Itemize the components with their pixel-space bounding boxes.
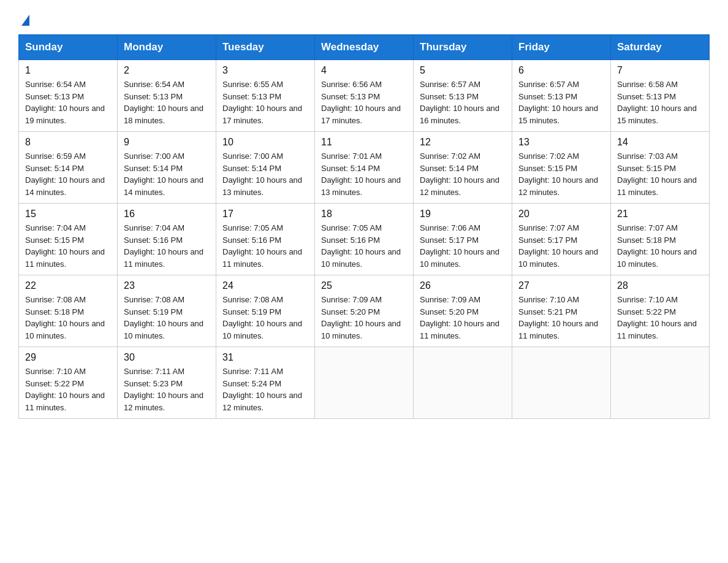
day-number: 14: [617, 137, 703, 148]
day-info: Sunrise: 6:54 AMSunset: 5:13 PMDaylight:…: [25, 79, 111, 126]
calendar-cell: 11Sunrise: 7:01 AMSunset: 5:14 PMDayligh…: [315, 132, 414, 204]
calendar-cell: 31Sunrise: 7:11 AMSunset: 5:24 PMDayligh…: [216, 347, 315, 419]
day-info: Sunrise: 6:57 AMSunset: 5:13 PMDaylight:…: [518, 79, 604, 126]
day-number: 3: [222, 65, 308, 76]
week-row-1: 1Sunrise: 6:54 AMSunset: 5:13 PMDaylight…: [19, 60, 710, 132]
day-number: 4: [321, 65, 407, 76]
calendar-cell: 13Sunrise: 7:02 AMSunset: 5:15 PMDayligh…: [512, 132, 611, 204]
calendar-cell: 24Sunrise: 7:08 AMSunset: 5:19 PMDayligh…: [216, 275, 315, 347]
day-info: Sunrise: 6:54 AMSunset: 5:13 PMDaylight:…: [124, 79, 210, 126]
calendar-cell: 3Sunrise: 6:55 AMSunset: 5:13 PMDaylight…: [216, 60, 315, 132]
day-info: Sunrise: 7:01 AMSunset: 5:14 PMDaylight:…: [321, 150, 407, 198]
day-number: 30: [124, 352, 210, 363]
week-row-2: 8Sunrise: 6:59 AMSunset: 5:14 PMDaylight…: [19, 132, 710, 204]
weekday-header-friday: Friday: [512, 35, 611, 60]
calendar-cell: 28Sunrise: 7:10 AMSunset: 5:22 PMDayligh…: [611, 275, 710, 347]
day-number: 25: [321, 280, 407, 291]
calendar-cell: 8Sunrise: 6:59 AMSunset: 5:14 PMDaylight…: [19, 132, 118, 204]
weekday-header-sunday: Sunday: [19, 35, 118, 60]
calendar-cell: 29Sunrise: 7:10 AMSunset: 5:22 PMDayligh…: [19, 347, 118, 419]
calendar-cell: 19Sunrise: 7:06 AMSunset: 5:17 PMDayligh…: [414, 204, 512, 275]
calendar-cell: 18Sunrise: 7:05 AMSunset: 5:16 PMDayligh…: [315, 204, 414, 275]
day-info: Sunrise: 7:08 AMSunset: 5:18 PMDaylight:…: [25, 294, 111, 342]
weekday-header-wednesday: Wednesday: [315, 35, 414, 60]
calendar-cell: [315, 347, 414, 419]
day-number: 18: [321, 209, 407, 220]
calendar-cell: [512, 347, 611, 419]
day-info: Sunrise: 7:08 AMSunset: 5:19 PMDaylight:…: [222, 294, 308, 342]
day-info: Sunrise: 7:07 AMSunset: 5:17 PMDaylight:…: [518, 222, 604, 270]
day-info: Sunrise: 7:02 AMSunset: 5:14 PMDaylight:…: [420, 150, 506, 198]
week-row-3: 15Sunrise: 7:04 AMSunset: 5:15 PMDayligh…: [19, 204, 710, 275]
day-number: 16: [124, 209, 210, 220]
calendar-cell: 22Sunrise: 7:08 AMSunset: 5:18 PMDayligh…: [19, 275, 118, 347]
day-number: 26: [420, 280, 506, 291]
day-number: 9: [124, 137, 210, 148]
calendar-cell: 2Sunrise: 6:54 AMSunset: 5:13 PMDaylight…: [118, 60, 216, 132]
day-info: Sunrise: 7:09 AMSunset: 5:20 PMDaylight:…: [420, 294, 506, 342]
day-info: Sunrise: 7:00 AMSunset: 5:14 PMDaylight:…: [222, 150, 308, 198]
day-info: Sunrise: 7:06 AMSunset: 5:17 PMDaylight:…: [420, 222, 506, 270]
day-info: Sunrise: 7:10 AMSunset: 5:21 PMDaylight:…: [518, 294, 604, 342]
weekday-header-monday: Monday: [118, 35, 216, 60]
day-info: Sunrise: 7:10 AMSunset: 5:22 PMDaylight:…: [617, 294, 703, 342]
calendar-cell: 21Sunrise: 7:07 AMSunset: 5:18 PMDayligh…: [611, 204, 710, 275]
day-info: Sunrise: 7:09 AMSunset: 5:20 PMDaylight:…: [321, 294, 407, 342]
calendar-cell: 5Sunrise: 6:57 AMSunset: 5:13 PMDaylight…: [414, 60, 512, 132]
calendar-cell: 16Sunrise: 7:04 AMSunset: 5:16 PMDayligh…: [118, 204, 216, 275]
day-info: Sunrise: 6:57 AMSunset: 5:13 PMDaylight:…: [420, 79, 506, 126]
weekday-header-saturday: Saturday: [611, 35, 710, 60]
page-header: [18, 12, 710, 23]
calendar-cell: 10Sunrise: 7:00 AMSunset: 5:14 PMDayligh…: [216, 132, 315, 204]
week-row-4: 22Sunrise: 7:08 AMSunset: 5:18 PMDayligh…: [19, 275, 710, 347]
day-info: Sunrise: 7:07 AMSunset: 5:18 PMDaylight:…: [617, 222, 703, 270]
week-row-5: 29Sunrise: 7:10 AMSunset: 5:22 PMDayligh…: [19, 347, 710, 419]
day-info: Sunrise: 6:55 AMSunset: 5:13 PMDaylight:…: [222, 79, 308, 126]
day-number: 27: [518, 280, 604, 291]
day-info: Sunrise: 7:10 AMSunset: 5:22 PMDaylight:…: [25, 366, 111, 413]
day-number: 11: [321, 137, 407, 148]
day-number: 10: [222, 137, 308, 148]
day-number: 6: [518, 65, 604, 76]
day-number: 31: [222, 352, 308, 363]
calendar-cell: 1Sunrise: 6:54 AMSunset: 5:13 PMDaylight…: [19, 60, 118, 132]
day-number: 21: [617, 209, 703, 220]
day-number: 28: [617, 280, 703, 291]
calendar-cell: 12Sunrise: 7:02 AMSunset: 5:14 PMDayligh…: [414, 132, 512, 204]
day-info: Sunrise: 7:05 AMSunset: 5:16 PMDaylight:…: [321, 222, 407, 270]
calendar-cell: [611, 347, 710, 419]
day-number: 2: [124, 65, 210, 76]
day-info: Sunrise: 7:04 AMSunset: 5:15 PMDaylight:…: [25, 222, 111, 270]
day-info: Sunrise: 6:58 AMSunset: 5:13 PMDaylight:…: [617, 79, 703, 126]
calendar-cell: 25Sunrise: 7:09 AMSunset: 5:20 PMDayligh…: [315, 275, 414, 347]
day-info: Sunrise: 7:00 AMSunset: 5:14 PMDaylight:…: [124, 150, 210, 198]
day-number: 8: [25, 137, 111, 148]
calendar-cell: 26Sunrise: 7:09 AMSunset: 5:20 PMDayligh…: [414, 275, 512, 347]
day-number: 29: [25, 352, 111, 363]
weekday-header-row: SundayMondayTuesdayWednesdayThursdayFrid…: [19, 35, 710, 60]
logo: [18, 12, 29, 23]
day-number: 5: [420, 65, 506, 76]
calendar-cell: 20Sunrise: 7:07 AMSunset: 5:17 PMDayligh…: [512, 204, 611, 275]
calendar-cell: 6Sunrise: 6:57 AMSunset: 5:13 PMDaylight…: [512, 60, 611, 132]
calendar-cell: 23Sunrise: 7:08 AMSunset: 5:19 PMDayligh…: [118, 275, 216, 347]
calendar-table: SundayMondayTuesdayWednesdayThursdayFrid…: [18, 34, 710, 419]
calendar-cell: 17Sunrise: 7:05 AMSunset: 5:16 PMDayligh…: [216, 204, 315, 275]
day-info: Sunrise: 7:03 AMSunset: 5:15 PMDaylight:…: [617, 150, 703, 198]
day-number: 13: [518, 137, 604, 148]
calendar-cell: [414, 347, 512, 419]
day-info: Sunrise: 6:56 AMSunset: 5:13 PMDaylight:…: [321, 79, 407, 126]
day-info: Sunrise: 7:04 AMSunset: 5:16 PMDaylight:…: [124, 222, 210, 270]
calendar-cell: 7Sunrise: 6:58 AMSunset: 5:13 PMDaylight…: [611, 60, 710, 132]
calendar-cell: 27Sunrise: 7:10 AMSunset: 5:21 PMDayligh…: [512, 275, 611, 347]
day-number: 7: [617, 65, 703, 76]
logo-triangle-icon: [21, 15, 29, 26]
day-number: 22: [25, 280, 111, 291]
day-info: Sunrise: 7:11 AMSunset: 5:24 PMDaylight:…: [222, 366, 308, 413]
calendar-cell: 4Sunrise: 6:56 AMSunset: 5:13 PMDaylight…: [315, 60, 414, 132]
day-number: 24: [222, 280, 308, 291]
calendar-cell: 9Sunrise: 7:00 AMSunset: 5:14 PMDaylight…: [118, 132, 216, 204]
calendar-cell: 30Sunrise: 7:11 AMSunset: 5:23 PMDayligh…: [118, 347, 216, 419]
day-info: Sunrise: 7:11 AMSunset: 5:23 PMDaylight:…: [124, 366, 210, 413]
calendar-cell: 15Sunrise: 7:04 AMSunset: 5:15 PMDayligh…: [19, 204, 118, 275]
